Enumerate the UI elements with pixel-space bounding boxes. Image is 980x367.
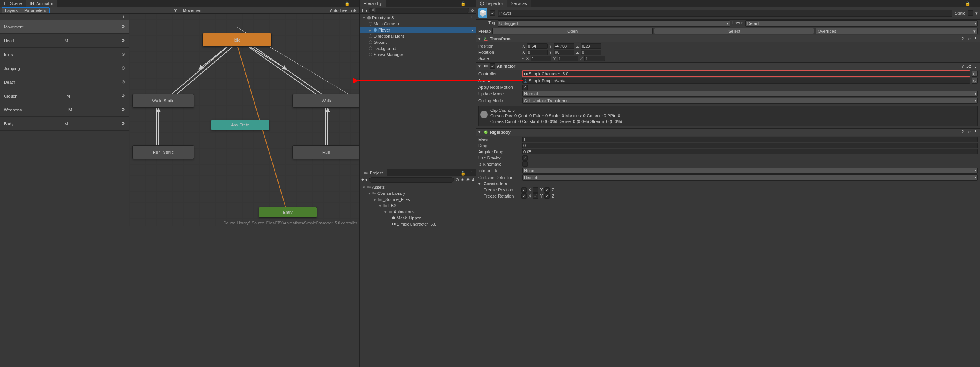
help-icon[interactable]: ? (962, 64, 964, 69)
position-y-input[interactable] (554, 43, 574, 49)
gear-icon[interactable]: ⚙ (121, 38, 125, 43)
root-motion-checkbox[interactable] (522, 85, 528, 90)
use-gravity-checkbox[interactable] (522, 155, 528, 161)
component-header[interactable]: ▾ Rigidbody ?⎇⋮ (476, 129, 980, 136)
hierarchy-search-input[interactable] (369, 8, 469, 13)
drag-input[interactable] (522, 143, 978, 148)
scale-z-input[interactable] (584, 56, 605, 61)
static-checkbox[interactable] (968, 10, 973, 16)
static-dropdown-icon[interactable]: ▾ (975, 11, 978, 16)
tree-item[interactable]: ▾Animations (360, 209, 476, 215)
freeze-rot-x-checkbox[interactable] (521, 193, 527, 199)
layer-dropdown[interactable]: Default (745, 20, 978, 27)
gear-icon[interactable]: ⚙ (121, 80, 125, 85)
tab-project[interactable]: Project (360, 169, 387, 176)
tree-item[interactable]: ▾_Source_Files (360, 196, 476, 203)
state-node[interactable]: Run (292, 145, 359, 159)
tab-inspector[interactable]: ⓘInspector (476, 0, 507, 7)
gear-icon[interactable]: ⚙ (121, 24, 125, 29)
open-prefab-icon[interactable]: › (472, 28, 476, 32)
preset-icon[interactable]: ⎇ (966, 64, 971, 69)
layer-item[interactable]: Death⚙ (0, 75, 129, 89)
object-picker-button[interactable]: ⊙ (972, 78, 978, 84)
preset-icon[interactable]: ⎇ (966, 37, 971, 42)
tab-services[interactable]: Services (507, 0, 531, 7)
tab-menu-icon[interactable]: ⋮ (469, 1, 473, 6)
rotation-z-input[interactable] (581, 50, 601, 55)
layer-item[interactable]: Jumping⚙ (0, 61, 129, 75)
scale-link-icon[interactable]: ⚭ (521, 56, 524, 61)
tab-hierarchy[interactable]: Hierarchy (360, 0, 386, 7)
state-node-entry[interactable]: Entry (259, 207, 317, 218)
layer-item[interactable]: WeaponsM⚙ (0, 103, 129, 117)
project-search-input[interactable] (369, 177, 454, 183)
create-button[interactable]: + ▾ (361, 177, 367, 183)
freeze-rot-y-checkbox[interactable] (533, 193, 538, 199)
tab-menu-icon[interactable]: ⋮ (973, 1, 978, 6)
lock-icon[interactable]: 🔒 (344, 1, 350, 6)
state-node[interactable]: Walk_Static (132, 94, 194, 108)
state-node[interactable]: Walk (292, 94, 359, 108)
tree-item[interactable]: Main Camera (360, 21, 476, 27)
state-node-any[interactable]: Any State (211, 120, 269, 130)
is-kinematic-checkbox[interactable] (522, 161, 528, 167)
gameobject-icon[interactable] (478, 8, 487, 18)
rotation-x-input[interactable] (527, 50, 548, 55)
tree-item[interactable]: Ground (360, 39, 476, 45)
search-clear-icon[interactable]: ⊙ (471, 8, 474, 12)
freeze-pos-y-checkbox[interactable] (533, 187, 538, 193)
angular-drag-input[interactable] (522, 149, 978, 154)
visibility-icon[interactable]: 👁 (174, 8, 178, 13)
help-icon[interactable]: ? (962, 130, 964, 135)
tree-item[interactable]: ▾FBX (360, 203, 476, 209)
tree-item[interactable]: ▾Course Library (360, 190, 476, 196)
gear-icon[interactable]: ⚙ (121, 66, 125, 71)
parameters-tab[interactable]: Parameters (21, 8, 49, 13)
help-icon[interactable]: ? (962, 37, 964, 42)
gear-icon[interactable]: ⚙ (121, 93, 125, 98)
tree-item[interactable]: ▾Prototype 3⋮ (360, 15, 476, 21)
layer-item[interactable]: HeadM⚙ (0, 34, 129, 48)
component-menu-icon[interactable]: ⋮ (973, 37, 978, 42)
state-node-idle[interactable]: Idle (202, 33, 272, 47)
tab-animator[interactable]: Animator (26, 0, 57, 7)
gear-icon[interactable]: ⚙ (121, 121, 125, 126)
lock-icon[interactable]: 🔒 (461, 171, 466, 176)
update-mode-dropdown[interactable]: Normal (522, 91, 978, 97)
tab-menu-icon[interactable]: ⋮ (469, 171, 473, 176)
avatar-object-field[interactable]: SimplePeopleAvatar (522, 78, 970, 84)
component-header[interactable]: ▾ Animator ?⎇⋮ (476, 63, 980, 70)
tag-dropdown[interactable]: Untagged (498, 20, 730, 27)
create-button[interactable]: + ▾ (361, 8, 367, 13)
gear-icon[interactable]: ⚙ (121, 52, 125, 57)
collision-detection-dropdown[interactable]: Discrete (522, 174, 978, 181)
mass-input[interactable] (522, 137, 978, 142)
lock-icon[interactable]: 🔒 (461, 1, 466, 6)
interpolate-dropdown[interactable]: None (522, 168, 978, 174)
hidden-icon[interactable]: 👁 (466, 178, 470, 182)
tab-menu-icon[interactable]: ⋮ (353, 1, 357, 6)
object-picker-button[interactable]: ⊙ (972, 71, 978, 77)
prefab-overrides-button[interactable]: Overrides▾ (816, 28, 978, 34)
component-menu-icon[interactable]: ⋮ (973, 64, 978, 69)
add-layer-button[interactable]: + (122, 14, 125, 20)
layer-item[interactable]: Movement⚙ (0, 20, 129, 34)
gameobject-name-input[interactable] (498, 10, 952, 17)
tree-item[interactable]: Mask_Upper (360, 215, 476, 221)
breadcrumb[interactable]: Movement (183, 8, 202, 13)
preset-icon[interactable]: ⎇ (966, 130, 971, 135)
position-z-input[interactable] (581, 43, 601, 49)
component-menu-icon[interactable]: ⋮ (973, 130, 978, 135)
tree-item[interactable]: Directional Light (360, 33, 476, 39)
tree-item[interactable]: SpawnManager (360, 51, 476, 58)
rotation-y-input[interactable] (554, 50, 574, 55)
state-node[interactable]: Run_Static (132, 145, 194, 159)
scale-x-input[interactable] (531, 56, 551, 61)
prefab-open-button[interactable]: Open (492, 28, 653, 34)
controller-object-field[interactable]: SimpleCharacter_5.0 (522, 71, 970, 77)
favorite-icon[interactable]: ★ (461, 177, 464, 182)
lock-icon[interactable]: 🔒 (965, 1, 970, 6)
layer-item[interactable]: CrouchM⚙ (0, 89, 129, 103)
tree-item[interactable]: Background (360, 45, 476, 51)
scene-menu-icon[interactable]: ⋮ (469, 15, 476, 20)
